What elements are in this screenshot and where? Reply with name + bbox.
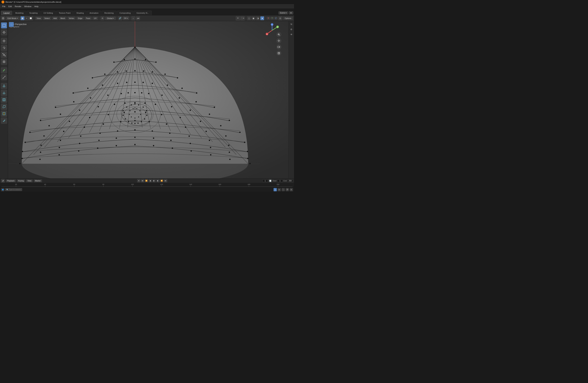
- snap-dropdown[interactable]: ⊙▾: [123, 17, 129, 20]
- tab-modeling[interactable]: Modeling: [13, 11, 26, 15]
- menu-render[interactable]: Render: [13, 5, 23, 8]
- viewport-overlay-dropdown[interactable]: 👁: [236, 16, 240, 21]
- wireframe-shading-btn[interactable]: ◻: [247, 16, 251, 20]
- properties-view-btn[interactable]: 👁: [290, 33, 294, 37]
- tab-uv-editing[interactable]: UV Editing: [41, 11, 56, 15]
- loop-cut-tool[interactable]: [1, 111, 7, 117]
- viewport-overlays-icon[interactable]: ⬛▾: [240, 16, 245, 21]
- tab-shading[interactable]: Shading: [74, 11, 86, 15]
- z-axis-btn[interactable]: Z: [274, 17, 277, 20]
- rotate-tool[interactable]: [1, 45, 7, 51]
- transform-tool[interactable]: [1, 59, 7, 65]
- prev-keyframe-btn[interactable]: ⏪: [145, 179, 148, 182]
- jump-end-btn[interactable]: ⏭: [164, 179, 167, 182]
- tab-compositing[interactable]: Compositing: [117, 11, 133, 15]
- tab-texture-paint[interactable]: Texture Paint: [56, 11, 73, 15]
- next-frame-btn[interactable]: ▶: [156, 179, 160, 182]
- face-menu[interactable]: Face: [84, 17, 92, 20]
- taskbar-icon-3[interactable]: 🎬: [286, 188, 289, 191]
- menu-edit[interactable]: Edit: [7, 5, 13, 8]
- tab-animation[interactable]: Animation: [87, 11, 101, 15]
- vertex-select-icon[interactable]: ⬤: [21, 16, 24, 20]
- solid-shading-btn[interactable]: ◼: [252, 16, 255, 20]
- taskbar-search-text[interactable]: Type to search: [9, 189, 21, 191]
- options-btn[interactable]: Options: [283, 17, 293, 20]
- keyframe-dot-btn[interactable]: ●: [137, 179, 140, 182]
- zoom-viewport-btn[interactable]: [276, 32, 281, 37]
- measure-tool[interactable]: [1, 74, 7, 80]
- prev-frame-btn[interactable]: ◀: [149, 179, 152, 182]
- keying-menu[interactable]: Keying: [17, 180, 25, 182]
- tab-sculpting[interactable]: Sculpting: [27, 11, 40, 15]
- orthographic-view-btn[interactable]: [276, 51, 281, 56]
- add-menu[interactable]: Add: [52, 17, 58, 20]
- svg-text:40: 40: [44, 183, 46, 185]
- marker-menu[interactable]: Marker: [34, 180, 42, 182]
- inset-faces-tool[interactable]: [1, 97, 7, 103]
- view-menu[interactable]: View: [35, 17, 42, 20]
- jump-start-btn[interactable]: ⏮: [141, 179, 144, 182]
- scale-tool[interactable]: [1, 52, 7, 58]
- transform-space-dropdown[interactable]: Global: [105, 17, 116, 20]
- play-btn[interactable]: ▶: [152, 179, 156, 182]
- mesh-menu[interactable]: Mesh: [59, 17, 67, 20]
- select-menu[interactable]: Select: [43, 17, 51, 20]
- edge-select-icon[interactable]: ━: [25, 16, 29, 20]
- tab-rendering[interactable]: Rendering: [102, 11, 116, 15]
- face-select-icon[interactable]: ⬜: [29, 16, 33, 20]
- select-box-tool[interactable]: [1, 22, 7, 28]
- edge-menu[interactable]: Edge: [76, 17, 84, 20]
- properties-item-btn[interactable]: N: [290, 22, 294, 26]
- taskbar-icon-1[interactable]: ⊞: [277, 188, 281, 191]
- extrude-tool[interactable]: [1, 83, 7, 89]
- move-tool[interactable]: [1, 38, 7, 44]
- annotate-tool[interactable]: [1, 67, 7, 73]
- material-shading-btn[interactable]: ◑: [256, 16, 260, 20]
- timeline-expand-btn[interactable]: ⇄: [1, 179, 5, 182]
- vertex-menu[interactable]: Vertex: [67, 17, 76, 20]
- proportional-edit-toggle[interactable]: ○: [131, 16, 135, 20]
- properties-tool-btn[interactable]: ⚙: [290, 27, 294, 31]
- x-axis-btn[interactable]: X: [267, 17, 270, 20]
- xray-toggle[interactable]: ⊡: [278, 16, 282, 20]
- mode-dropdown[interactable]: Edit Mode: [6, 17, 20, 20]
- current-frame-display[interactable]: 1: [262, 180, 268, 182]
- menu-file[interactable]: File: [1, 5, 7, 8]
- transform-gizmo-toggle[interactable]: ⟲: [101, 16, 105, 20]
- svg-point-94: [128, 92, 129, 93]
- extrude-along-normals-tool[interactable]: [1, 90, 7, 96]
- select-mode-icon[interactable]: ⬚: [9, 22, 14, 27]
- start-frame-display[interactable]: 1: [277, 180, 283, 182]
- knife-tool[interactable]: [1, 117, 7, 124]
- y-axis-btn[interactable]: Y: [271, 17, 274, 20]
- svg-point-78: [73, 92, 74, 94]
- snap-toggle[interactable]: 🔗: [118, 16, 122, 20]
- taskbar-icon-4[interactable]: ⚙: [290, 188, 293, 191]
- rendered-shading-btn[interactable]: ●: [260, 16, 264, 20]
- proportional-falloff-dropdown[interactable]: ∧▾: [136, 16, 140, 20]
- svg-point-163: [185, 127, 186, 128]
- pan-viewport-btn[interactable]: [276, 38, 281, 43]
- menu-help[interactable]: Help: [33, 5, 40, 8]
- cursor-tool[interactable]: [1, 29, 7, 35]
- viewport[interactable]: User Perspective (1) Sphere ⬚ Z Y X: [8, 21, 289, 178]
- tab-geometry-nodes[interactable]: Geometry N...: [134, 11, 151, 15]
- camera-view-btn[interactable]: [276, 45, 281, 49]
- scene-selector[interactable]: Scene ▾: [278, 11, 288, 14]
- svg-point-110: [155, 104, 156, 105]
- taskbar-blender-icon[interactable]: 🔷: [1, 188, 4, 191]
- engine-selector[interactable]: ⚙: [289, 11, 293, 14]
- bevel-tool[interactable]: [1, 104, 7, 110]
- svg-point-203: [210, 154, 211, 156]
- tab-layout[interactable]: Layout: [1, 11, 12, 15]
- playback-menu[interactable]: Playback: [6, 180, 16, 182]
- uv-menu[interactable]: UV: [92, 17, 98, 20]
- svg-point-190: [210, 147, 211, 148]
- view-menu-timeline[interactable]: View: [26, 180, 33, 182]
- menu-window[interactable]: Window: [23, 5, 33, 8]
- taskbar-task-1[interactable]: 1: [273, 188, 277, 191]
- end-frame-display[interactable]: 250: [287, 180, 293, 182]
- next-keyframe-btn[interactable]: ⏩: [160, 179, 164, 182]
- svg-rect-19: [2, 53, 3, 54]
- taskbar-icon-2[interactable]: ⬛: [282, 188, 285, 191]
